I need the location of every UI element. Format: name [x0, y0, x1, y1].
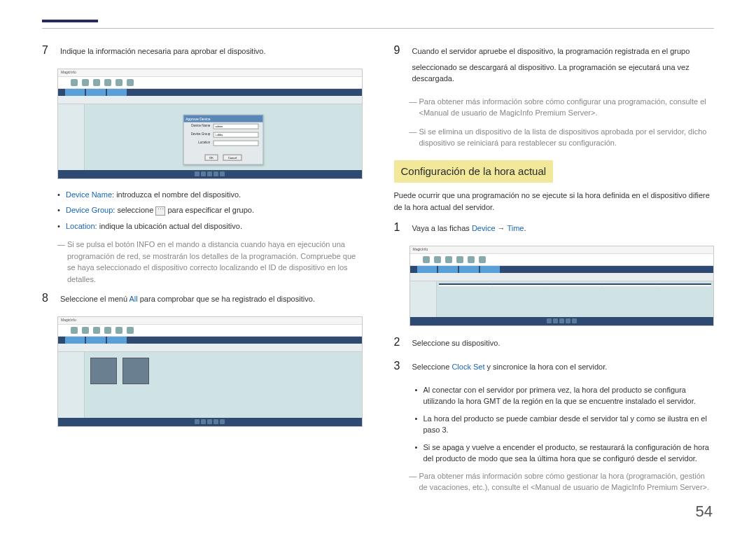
step-3: 3 Seleccione Clock Set y sincronice la h… [394, 360, 715, 377]
bullet: Device Group: seleccione para especifica… [57, 204, 363, 216]
toolbar-icon [423, 256, 430, 263]
bullet: Device Name: introduzca el nombre del di… [57, 189, 363, 201]
toolbar-icon [127, 327, 134, 334]
dialog-title: Approve Device [183, 115, 262, 122]
header-rule [42, 28, 714, 29]
toolbar [58, 344, 362, 352]
note: Si se elimina un dispositivo de la lista… [410, 126, 715, 149]
step-number: 2 [394, 336, 404, 353]
toolbar-icon [104, 327, 111, 334]
sidebar [410, 281, 437, 317]
step7-bullets: Device Name: introduzca el nombre del di… [57, 189, 363, 232]
footer-bar [58, 170, 362, 178]
field-label: Device Name [188, 124, 213, 129]
keyword: Time [507, 224, 524, 232]
step-number: 8 [42, 292, 52, 309]
step-number: 1 [394, 221, 404, 239]
main-area [85, 352, 362, 418]
main-area: Approve Device Device Name Device Group … [85, 104, 362, 170]
nav-tab [438, 266, 458, 273]
step-text: Seleccione el menú All para comprobar qu… [60, 293, 363, 305]
device-name-input[interactable] [213, 123, 258, 129]
step3-bullets: Al conectar con el servidor por primera … [415, 384, 715, 465]
note: Para obtener más información sobre cómo … [410, 96, 715, 119]
left-column: 7 Indique la información necesaria para … [42, 44, 363, 500]
keyword: All [129, 295, 137, 303]
step-text: Vaya a las fichas Device → Time. [412, 223, 715, 234]
footer-bar [58, 418, 362, 426]
keyword: Clock Set [451, 363, 484, 371]
bullet: Si se apaga y vuelve a encender el produ… [415, 442, 715, 465]
toolbar-icon [71, 79, 78, 86]
cancel-button[interactable]: Cancel [223, 154, 241, 160]
nav-tab [480, 266, 500, 273]
step-1: 1 Vaya a las fichas Device → Time. [394, 221, 715, 239]
nav-tab [86, 337, 106, 344]
bullet: Al conectar con el servidor por primera … [415, 384, 715, 407]
nav-tab [65, 89, 85, 96]
header-accent-bar [42, 20, 98, 22]
bullet: La hora del producto se puede cambiar de… [415, 413, 715, 436]
step-9: 9 Cuando el servidor apruebe el disposit… [394, 44, 715, 89]
step-2: 2 Seleccione su dispositivo. [394, 336, 715, 353]
step-number: 3 [394, 360, 404, 377]
app-title: MagicInfo [61, 70, 76, 76]
section-heading: Configuración de la hora actual [394, 160, 554, 183]
right-column: 9 Cuando el servidor apruebe el disposit… [394, 44, 715, 500]
device-group-input[interactable] [213, 132, 258, 137]
device-table [439, 283, 712, 287]
keyword: Device [472, 224, 496, 232]
toolbar [58, 96, 362, 104]
step-text: seleccionado se descargará al dispositiv… [412, 62, 715, 85]
nav-tab [459, 266, 479, 273]
screenshot-device-time: MagicInfo [410, 246, 715, 326]
app-title: MagicInfo [61, 318, 76, 323]
field-label: Location [188, 141, 213, 146]
toolbar-icon [468, 256, 475, 263]
nav-tab [86, 89, 106, 96]
field-label: Device Group [188, 132, 213, 137]
step-text: Indique la información necesaria para ap… [60, 45, 363, 57]
approve-dialog: Approve Device Device Name Device Group … [183, 114, 263, 164]
toolbar-icon [456, 256, 463, 263]
toolbar-icon [71, 327, 78, 334]
keyword: Location [66, 222, 95, 230]
section-intro: Puede ocurrir que una programación no se… [394, 190, 715, 213]
toolbar-icon [479, 256, 486, 263]
toolbar-icon [127, 79, 134, 86]
toolbar-icon [93, 327, 100, 334]
sidebar [58, 104, 85, 170]
toolbar-icon [93, 79, 100, 86]
page-number: 54 [696, 500, 713, 523]
note: Para obtener más información sobre cómo … [410, 470, 715, 493]
nav-tab [107, 337, 127, 344]
toolbar-icon [104, 79, 111, 86]
sidebar [58, 352, 85, 418]
ok-button[interactable]: OK [204, 154, 218, 160]
note: Si se pulsa el botón INFO en el mando a … [57, 239, 363, 285]
step-8: 8 Seleccione el menú All para comprobar … [42, 292, 363, 309]
keyword: Device Group [66, 206, 113, 214]
toolbar-icon [445, 256, 452, 263]
screenshot-all-menu: MagicInfo [57, 316, 363, 427]
main-area [437, 281, 714, 317]
step-text: Seleccione su dispositivo. [412, 337, 715, 349]
toolbar-icon [82, 79, 89, 86]
toolbar-icon [115, 327, 122, 334]
toolbar-icon [434, 256, 441, 263]
toolbar-icon [82, 327, 89, 334]
nav-tab [65, 337, 85, 344]
step-text: Cuando el servidor apruebe el dispositiv… [412, 45, 715, 57]
footer-bar [410, 317, 714, 325]
bullet: Location: indique la ubicación actual de… [57, 220, 363, 232]
step-text: Seleccione Clock Set y sincronice la hor… [412, 361, 715, 373]
keyword: Device Name [66, 190, 112, 199]
location-input[interactable] [213, 140, 258, 146]
step-number: 7 [42, 44, 52, 62]
toolbar [410, 273, 714, 281]
ellipsis-icon [155, 206, 165, 216]
step-number: 9 [394, 44, 404, 89]
toolbar-icon [115, 79, 122, 86]
app-title: MagicInfo [413, 247, 428, 253]
device-thumb [122, 358, 149, 384]
